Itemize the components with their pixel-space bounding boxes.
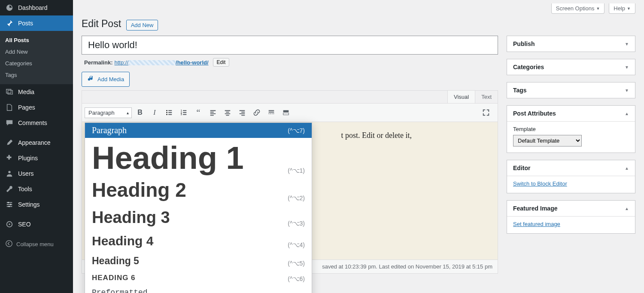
chevron-down-icon: ▼: [625, 88, 629, 93]
format-option-h4[interactable]: Heading 4 (^⌥4): [85, 230, 312, 252]
sidebar-subitem-all-posts[interactable]: All Posts: [0, 34, 73, 46]
wrench-icon: [5, 185, 14, 193]
sidebar-item-pages[interactable]: Pages: [0, 100, 73, 115]
metabox-post-attributes-toggle[interactable]: Post Attributes▲: [507, 106, 635, 121]
permalink-label: Permalink:: [84, 59, 112, 66]
sidebar-item-users[interactable]: Users: [0, 166, 73, 181]
comment-icon: [5, 119, 14, 127]
svg-point-1: [8, 202, 9, 204]
svg-rect-13: [283, 110, 289, 113]
brush-icon: [5, 138, 14, 147]
sidebar-label: Tools: [18, 186, 32, 192]
metabox-categories-toggle[interactable]: Categories▼: [507, 59, 635, 75]
sidebar-label: SEO: [18, 221, 31, 228]
sidebar-item-plugins[interactable]: Plugins: [0, 150, 73, 166]
link-button[interactable]: [250, 106, 263, 119]
sidebar-item-tools[interactable]: Tools: [0, 181, 73, 197]
svg-text:3: 3: [181, 113, 182, 116]
sidebar-item-settings[interactable]: Settings: [0, 197, 73, 212]
svg-point-5: [9, 223, 10, 225]
read-more-button[interactable]: [265, 106, 278, 119]
sidebar-subitem-categories[interactable]: Categories: [0, 58, 73, 69]
editor-container: Visual Text Paragraph B I 123 “: [82, 90, 498, 260]
pin-icon: [5, 19, 14, 27]
music-note-icon: [87, 75, 95, 84]
user-icon: [5, 169, 14, 178]
template-select[interactable]: Default Template: [513, 135, 582, 146]
sidebar-label: Settings: [18, 201, 40, 208]
media-icon: [5, 88, 14, 96]
format-option-h3[interactable]: Heading 3 (^⌥3): [85, 205, 312, 230]
sidebar-item-seo[interactable]: SEO: [0, 217, 73, 232]
align-right-button[interactable]: [236, 106, 249, 119]
sidebar-item-posts[interactable]: Posts: [0, 15, 73, 31]
svg-point-3: [8, 206, 10, 208]
sidebar-label: Media: [18, 89, 34, 95]
collapse-menu-button[interactable]: Collapse menu: [0, 236, 73, 252]
page-icon: [5, 103, 14, 112]
add-media-button[interactable]: Add Media: [82, 72, 130, 87]
fullscreen-button[interactable]: [480, 106, 492, 119]
switch-block-editor-link[interactable]: Switch to Block Editor: [513, 180, 567, 187]
format-option-h6[interactable]: HEADING 6 (^⌥6): [85, 270, 312, 286]
sliders-icon: [5, 200, 14, 209]
format-option-paragraph[interactable]: Paragraph (^⌥7): [85, 123, 312, 138]
toolbar-toggle-button[interactable]: [279, 106, 292, 119]
blockquote-button[interactable]: “: [192, 106, 205, 119]
editor-tab-text[interactable]: Text: [475, 91, 498, 103]
set-featured-image-link[interactable]: Set featured image: [513, 221, 560, 227]
svg-rect-14: [283, 113, 289, 115]
metabox-publish: Publish▼: [507, 36, 635, 52]
screen-options-button[interactable]: Screen Options▼: [551, 3, 605, 14]
post-title-input[interactable]: [82, 36, 498, 55]
metabox-editor: Editor▲ Switch to Block Editor: [507, 160, 635, 193]
svg-point-9: [166, 114, 167, 115]
sidebar-label: Plugins: [18, 155, 38, 162]
metabox-featured-image: Featured Image▲ Set featured image: [507, 200, 635, 234]
chevron-up-icon: ▲: [625, 111, 629, 116]
collapse-label: Collapse menu: [16, 241, 54, 247]
sidebar-item-appearance[interactable]: Appearance: [0, 135, 73, 150]
align-left-button[interactable]: [207, 106, 219, 119]
editor-toolbar: Paragraph B I 123 “: [82, 104, 498, 122]
bold-button[interactable]: B: [134, 106, 146, 119]
sidebar-item-dashboard[interactable]: Dashboard: [0, 0, 73, 15]
bullet-list-button[interactable]: [163, 106, 176, 119]
format-dropdown-button[interactable]: Paragraph: [85, 107, 132, 118]
metabox-editor-toggle[interactable]: Editor▲: [507, 160, 635, 176]
svg-point-6: [6, 241, 12, 247]
format-option-h5[interactable]: Heading 5 (^⌥5): [85, 252, 312, 270]
help-button[interactable]: Help▼: [609, 3, 635, 14]
italic-button[interactable]: I: [148, 106, 161, 119]
sidebar-label: Posts: [18, 20, 33, 27]
metabox-publish-toggle[interactable]: Publish▼: [507, 36, 635, 52]
sidebar-label: Dashboard: [18, 4, 48, 11]
editor-tab-visual[interactable]: Visual: [447, 91, 475, 103]
metabox-categories: Categories▼: [507, 59, 635, 75]
svg-point-7: [166, 110, 167, 111]
add-media-label: Add Media: [97, 76, 124, 82]
metabox-featured-image-toggle[interactable]: Featured Image▲: [507, 201, 635, 216]
format-dropdown-menu: Paragraph (^⌥7) Heading 1 (^⌥1) Heading …: [85, 122, 312, 293]
format-option-preformatted[interactable]: Preformatted: [85, 286, 312, 293]
sidebar-subitem-add-new[interactable]: Add New: [0, 46, 73, 58]
format-option-h2[interactable]: Heading 2 (^⌥2): [85, 175, 312, 205]
svg-point-2: [10, 204, 12, 205]
sidebar-item-comments[interactable]: Comments: [0, 115, 73, 131]
metabox-tags-toggle[interactable]: Tags▼: [507, 82, 635, 98]
sidebar-item-media[interactable]: Media: [0, 84, 73, 100]
editor-visible-text: t post. Edit or delete it,: [341, 130, 412, 141]
chevron-down-icon: ▼: [596, 6, 600, 11]
permalink-host-obscured: [128, 60, 176, 65]
permalink-edit-button[interactable]: Edit: [213, 58, 230, 67]
metabox-post-attributes: Post Attributes▲ Template Default Templa…: [507, 105, 635, 153]
sidebar-submenu-posts: All Posts Add New Categories Tags: [0, 31, 73, 84]
permalink-link[interactable]: http:///hello-world/: [114, 59, 208, 66]
sidebar-subitem-tags[interactable]: Tags: [0, 69, 73, 81]
align-center-button[interactable]: [221, 106, 234, 119]
chevron-down-icon: ▼: [627, 6, 631, 11]
add-new-button[interactable]: Add New: [126, 20, 158, 31]
template-label: Template: [513, 126, 629, 132]
format-option-h1[interactable]: Heading 1 (^⌥1): [85, 138, 312, 175]
numbered-list-button[interactable]: 123: [177, 106, 190, 119]
